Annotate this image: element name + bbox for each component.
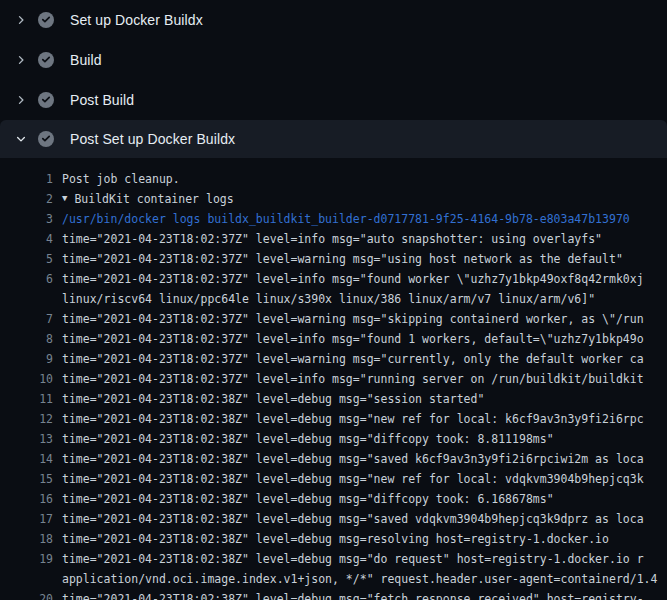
log-line-text: time="2021-04-23T18:02:37Z" level=info m… (62, 229, 602, 249)
log-line: application/vnd.oci.image.index.v1+json,… (0, 569, 667, 589)
log-line-number[interactable]: 1 (0, 169, 53, 189)
check-circle-icon (38, 92, 54, 108)
log-line-number[interactable]: 18 (0, 529, 53, 549)
log-line: 10time="2021-04-23T18:02:37Z" level=info… (0, 369, 667, 389)
log-line-number[interactable]: 9 (0, 349, 53, 369)
log-line-number[interactable]: 2 (0, 189, 53, 209)
log-line-text: time="2021-04-23T18:02:37Z" level=info m… (62, 329, 644, 349)
log-line-number[interactable]: 14 (0, 449, 53, 469)
log-line-number[interactable]: 16 (0, 489, 53, 509)
check-circle-icon (38, 12, 54, 28)
log-line: 14time="2021-04-23T18:02:38Z" level=debu… (0, 449, 667, 469)
log-line-text: time="2021-04-23T18:02:38Z" level=debug … (62, 429, 554, 449)
step-title: Post Build (70, 92, 134, 108)
log-line-number[interactable]: 12 (0, 409, 53, 429)
log-line: 17time="2021-04-23T18:02:38Z" level=debu… (0, 509, 667, 529)
step-title: Post Set up Docker Buildx (70, 131, 235, 147)
log-line-text: time="2021-04-23T18:02:38Z" level=debug … (62, 389, 484, 409)
log-line: 8time="2021-04-23T18:02:37Z" level=info … (0, 329, 667, 349)
log-line-text: time="2021-04-23T18:02:38Z" level=debug … (62, 469, 644, 489)
step-header-post-set-up-docker-buildx[interactable]: Post Set up Docker Buildx (0, 120, 667, 158)
log-line: 7time="2021-04-23T18:02:37Z" level=warni… (0, 309, 667, 329)
log-line-text: time="2021-04-23T18:02:38Z" level=debug … (62, 589, 644, 600)
log-line-text: time="2021-04-23T18:02:37Z" level=warnin… (62, 249, 623, 269)
log-line: 12time="2021-04-23T18:02:38Z" level=debu… (0, 409, 667, 429)
log-line: 9time="2021-04-23T18:02:37Z" level=warni… (0, 349, 667, 369)
chevron-right-icon (13, 12, 29, 28)
log-line-number[interactable]: 13 (0, 429, 53, 449)
check-circle-icon (38, 52, 54, 68)
log-line-number[interactable]: 4 (0, 229, 53, 249)
step-header-set-up-docker-buildx[interactable]: Set up Docker Buildx (0, 0, 667, 40)
log-line-number[interactable]: 20 (0, 589, 53, 600)
log-line-text: time="2021-04-23T18:02:37Z" level=warnin… (62, 349, 644, 369)
log-line-number[interactable]: 3 (0, 209, 53, 229)
log-line: 18time="2021-04-23T18:02:38Z" level=debu… (0, 529, 667, 549)
log-line-text: time="2021-04-23T18:02:37Z" level=info m… (62, 369, 644, 389)
log-line-text: time="2021-04-23T18:02:38Z" level=debug … (62, 549, 644, 569)
log-line: 5time="2021-04-23T18:02:37Z" level=warni… (0, 249, 667, 269)
log-viewer: 1Post job cleanup.2▼BuildKit container l… (0, 158, 667, 600)
log-command-text: /usr/bin/docker logs buildx_buildkit_bui… (62, 209, 630, 229)
log-line-text: time="2021-04-23T18:02:38Z" level=debug … (62, 529, 609, 549)
chevron-right-icon (13, 52, 29, 68)
log-line-number[interactable]: 5 (0, 249, 53, 269)
log-line-text: time="2021-04-23T18:02:37Z" level=warnin… (62, 309, 644, 329)
log-line-text: linux/riscv64 linux/ppc64le linux/s390x … (62, 289, 595, 309)
log-line-number[interactable]: 15 (0, 469, 53, 489)
log-line-text: application/vnd.oci.image.index.v1+json,… (62, 569, 657, 589)
log-line-text: time="2021-04-23T18:02:37Z" level=info m… (62, 269, 644, 289)
log-line-number[interactable]: 6 (0, 269, 53, 289)
log-line-text: time="2021-04-23T18:02:38Z" level=debug … (62, 509, 644, 529)
log-line: 11time="2021-04-23T18:02:38Z" level=debu… (0, 389, 667, 409)
log-line-text[interactable]: BuildKit container logs (74, 189, 233, 209)
log-line: 13time="2021-04-23T18:02:38Z" level=debu… (0, 429, 667, 449)
log-line: 4time="2021-04-23T18:02:37Z" level=info … (0, 229, 667, 249)
log-line-number[interactable]: 10 (0, 369, 53, 389)
log-line: 2▼BuildKit container logs (0, 189, 667, 209)
log-line-number[interactable]: 7 (0, 309, 53, 329)
log-line: 19time="2021-04-23T18:02:38Z" level=debu… (0, 549, 667, 569)
log-line: linux/riscv64 linux/ppc64le linux/s390x … (0, 289, 667, 309)
workflow-steps-list: Set up Docker Buildx Build Post Build Po… (0, 0, 667, 158)
log-line-number[interactable]: 17 (0, 509, 53, 529)
log-line: 20time="2021-04-23T18:02:38Z" level=debu… (0, 589, 667, 600)
log-line-text: time="2021-04-23T18:02:38Z" level=debug … (62, 409, 644, 429)
check-circle-icon (38, 131, 54, 147)
log-line-text: Post job cleanup. (62, 169, 180, 189)
step-header-build[interactable]: Build (0, 40, 667, 80)
log-line: 3/usr/bin/docker logs buildx_buildkit_bu… (0, 209, 667, 229)
log-line-number (0, 569, 53, 589)
step-title: Set up Docker Buildx (70, 12, 203, 28)
step-title: Build (70, 52, 102, 68)
log-line-text: time="2021-04-23T18:02:38Z" level=debug … (62, 489, 554, 509)
log-line: 15time="2021-04-23T18:02:38Z" level=debu… (0, 469, 667, 489)
chevron-down-icon (13, 131, 29, 147)
log-line-number (0, 289, 53, 309)
log-line: 1Post job cleanup. (0, 169, 667, 189)
log-line-number[interactable]: 11 (0, 389, 53, 409)
collapse-group-icon[interactable]: ▼ (62, 189, 67, 208)
chevron-right-icon (13, 92, 29, 108)
step-header-post-build[interactable]: Post Build (0, 80, 667, 120)
log-line: 16time="2021-04-23T18:02:38Z" level=debu… (0, 489, 667, 509)
log-line-number[interactable]: 8 (0, 329, 53, 349)
log-line-text: time="2021-04-23T18:02:38Z" level=debug … (62, 449, 644, 469)
log-line: 6time="2021-04-23T18:02:37Z" level=info … (0, 269, 667, 289)
log-line-number[interactable]: 19 (0, 549, 53, 569)
